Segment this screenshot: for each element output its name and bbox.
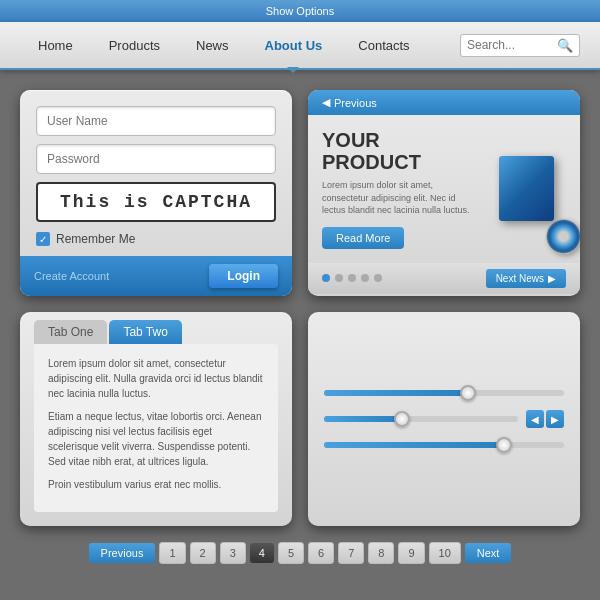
fill-2	[324, 416, 402, 422]
password-input[interactable]	[36, 144, 276, 174]
track-1[interactable]	[324, 390, 564, 396]
remember-checkbox[interactable]	[36, 232, 50, 246]
slider-text: YOUR PRODUCT Lorem ipsum dolor sit amet,…	[322, 129, 476, 249]
right-arrow-icon: ▶	[548, 273, 556, 284]
page-4[interactable]: 4	[250, 543, 274, 563]
tab-content: Lorem ipsum dolor sit amet, consectetur …	[34, 344, 278, 512]
thumb-3[interactable]	[496, 437, 512, 453]
nav-products[interactable]: Products	[91, 32, 178, 59]
thumb-2[interactable]	[394, 411, 410, 427]
nav-home[interactable]: Home	[20, 32, 91, 59]
tab-paragraph-1: Lorem ipsum dolor sit amet, consectetur …	[48, 356, 264, 401]
page-3[interactable]: 3	[220, 542, 246, 564]
page-6[interactable]: 6	[308, 542, 334, 564]
tab-bar: Tab One Tab Two	[20, 312, 292, 344]
create-account-link[interactable]: Create Account	[34, 270, 109, 282]
prev-button[interactable]: ◀ Previous	[322, 96, 377, 109]
login-footer: Create Account Login	[20, 256, 292, 296]
dot-5[interactable]	[374, 274, 382, 282]
page-8[interactable]: 8	[368, 542, 394, 564]
slider-dots	[322, 274, 382, 282]
product-description: Lorem ipsum dolor sit amet, consectetur …	[322, 179, 476, 217]
slider-row-2: ◀ ▶	[324, 410, 564, 428]
read-more-button[interactable]: Read More	[322, 227, 404, 249]
slider-row-1	[324, 390, 564, 396]
slider-row-3	[324, 442, 564, 448]
left-arrow-icon: ◀	[322, 96, 330, 109]
page-2[interactable]: 2	[190, 542, 216, 564]
page-5[interactable]: 5	[278, 542, 304, 564]
next-news-button[interactable]: Next News ▶	[486, 269, 566, 288]
thumb-1[interactable]	[460, 385, 476, 401]
remember-row: Remember Me	[36, 232, 276, 246]
page-9[interactable]: 9	[398, 542, 424, 564]
nav-contacts[interactable]: Contacts	[340, 32, 427, 59]
controls-panel: ◀ ▶	[308, 312, 580, 526]
fill-1	[324, 390, 468, 396]
show-options-label[interactable]: Show Options	[266, 5, 334, 17]
captcha-display: This is CAPTCHA	[36, 182, 276, 222]
page-1[interactable]: 1	[159, 542, 185, 564]
nav-news[interactable]: News	[178, 32, 247, 59]
slider-header: ◀ Previous	[308, 90, 580, 115]
search-box[interactable]: 🔍	[460, 34, 580, 57]
page-7[interactable]: 7	[338, 542, 364, 564]
arrow-left-btn[interactable]: ◀	[526, 410, 544, 428]
tab-panel: Tab One Tab Two Lorem ipsum dolor sit am…	[20, 312, 292, 526]
dot-3[interactable]	[348, 274, 356, 282]
nav-about[interactable]: About Us	[247, 32, 341, 59]
page-10[interactable]: 10	[429, 542, 461, 564]
tab-two[interactable]: Tab Two	[109, 320, 181, 344]
top-bar[interactable]: Show Options	[0, 0, 600, 22]
slider-footer: Next News ▶	[308, 263, 580, 294]
prev-page-button[interactable]: Previous	[89, 543, 156, 563]
nav-items: Home Products News About Us Contacts	[20, 32, 460, 59]
dot-1[interactable]	[322, 274, 330, 282]
slider-content: YOUR PRODUCT Lorem ipsum dolor sit amet,…	[308, 115, 580, 263]
login-panel: This is CAPTCHA Remember Me Create Accou…	[20, 90, 292, 296]
product-disc	[546, 219, 580, 254]
product-slider: ◀ Previous YOUR PRODUCT Lorem ipsum dolo…	[308, 90, 580, 296]
username-input[interactable]	[36, 106, 276, 136]
tab-one[interactable]: Tab One	[34, 320, 107, 344]
track-3[interactable]	[324, 442, 564, 448]
product-box	[499, 156, 554, 221]
product-image	[486, 129, 566, 249]
main-content: This is CAPTCHA Remember Me Create Accou…	[0, 74, 600, 584]
dot-4[interactable]	[361, 274, 369, 282]
search-icon[interactable]: 🔍	[557, 38, 573, 53]
prev-label: Previous	[334, 97, 377, 109]
next-news-label: Next News	[496, 273, 544, 284]
next-page-button[interactable]: Next	[465, 543, 512, 563]
tab-paragraph-2: Etiam a neque lectus, vitae lobortis orc…	[48, 409, 264, 469]
fill-3	[324, 442, 504, 448]
track-2[interactable]	[324, 416, 518, 422]
arrow-right-btn[interactable]: ▶	[546, 410, 564, 428]
product-title: YOUR PRODUCT	[322, 129, 476, 173]
tab-paragraph-3: Proin vestibulum varius erat nec mollis.	[48, 477, 264, 492]
dot-2[interactable]	[335, 274, 343, 282]
pagination: Previous 1 2 3 4 5 6 7 8 9 10 Next	[20, 542, 580, 568]
nav-bar: Home Products News About Us Contacts 🔍	[0, 22, 600, 70]
slider-arrows: ◀ ▶	[526, 410, 564, 428]
login-button[interactable]: Login	[209, 264, 278, 288]
search-input[interactable]	[467, 38, 557, 52]
remember-label: Remember Me	[56, 232, 135, 246]
